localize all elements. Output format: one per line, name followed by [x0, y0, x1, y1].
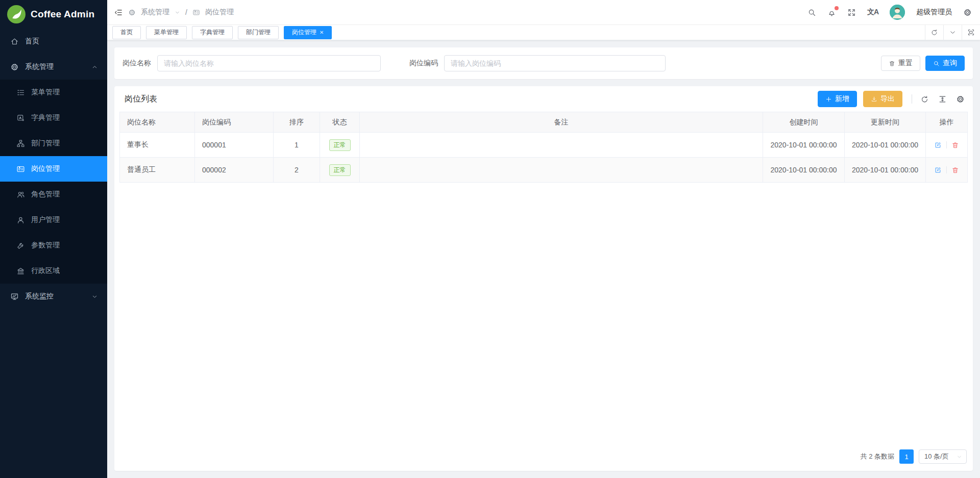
close-icon[interactable]: ✕ — [320, 30, 324, 35]
reset-button[interactable]: 重置 — [881, 56, 920, 71]
bank-icon — [16, 267, 25, 275]
edit-icon[interactable] — [934, 141, 942, 149]
avatar[interactable] — [890, 5, 905, 20]
cell-updated: 2020-10-01 00:00:00 — [845, 133, 926, 158]
density-icon[interactable] — [938, 95, 947, 104]
chevron-down-icon — [175, 10, 180, 15]
breadcrumb-level1[interactable]: 系统管理 — [141, 8, 169, 17]
post-code-label: 岗位编码 — [409, 59, 438, 68]
main-area: 系统管理 / 岗位管理 文A — [107, 0, 980, 478]
collapse-sidebar-icon[interactable] — [114, 8, 123, 17]
current-user-name[interactable]: 超级管理员 — [916, 8, 952, 17]
monitor-icon — [10, 292, 19, 301]
table-row: 普通员工 000002 2 正常 2020-10-01 00:00:00 202… — [120, 158, 968, 183]
settings-gear-icon[interactable] — [963, 8, 972, 17]
post-code-input[interactable] — [444, 55, 666, 71]
cell-actions — [926, 133, 968, 158]
gear-icon — [10, 63, 19, 71]
id-card-icon — [192, 9, 200, 16]
trash-icon[interactable] — [951, 141, 959, 149]
table-row: 董事长 000001 1 正常 2020-10-01 00:00:00 2020… — [120, 133, 968, 158]
edit-icon[interactable] — [934, 166, 942, 174]
cell-status: 正常 — [320, 133, 360, 158]
post-table: 岗位名称 岗位编码 排序 状态 备注 创建时间 更新时间 操作 董事长 — [119, 112, 968, 183]
post-name-label: 岗位名称 — [122, 59, 151, 68]
notification-badge — [835, 6, 839, 10]
list-card-header: 岗位列表 新增 导出 — [119, 86, 968, 112]
sidebar-item-system-monitor[interactable]: 系统监控 — [0, 284, 107, 309]
breadcrumb: 系统管理 / 岗位管理 — [114, 8, 234, 17]
trash-icon[interactable] — [951, 166, 959, 174]
plus-icon — [825, 96, 832, 103]
export-button[interactable]: 导出 — [863, 91, 902, 107]
refresh-icon[interactable] — [925, 25, 943, 40]
user-icon — [16, 216, 25, 224]
sidebar-item-dept-management[interactable]: 部门管理 — [0, 131, 107, 156]
column-settings-gear-icon[interactable] — [956, 95, 965, 104]
tab-menu-management[interactable]: 菜单管理 — [146, 26, 187, 39]
search-icon[interactable] — [807, 8, 816, 17]
post-list-card: 岗位列表 新增 导出 — [114, 86, 973, 471]
cell-updated: 2020-10-01 00:00:00 — [845, 158, 926, 183]
col-header-status: 状态 — [320, 112, 360, 133]
sidebar-item-menu-management[interactable]: 菜单管理 — [0, 80, 107, 105]
cell-remark — [360, 133, 763, 158]
col-header-post-code: 岗位编码 — [195, 112, 274, 133]
cell-remark — [360, 158, 763, 183]
maximize-icon[interactable] — [962, 25, 980, 40]
sidebar-item-role-management[interactable]: 角色管理 — [0, 182, 107, 207]
cell-status: 正常 — [320, 158, 360, 183]
search-icon — [933, 60, 940, 67]
app-title: Coffee Admin — [31, 9, 94, 20]
sidebar-item-param-management[interactable]: 参数管理 — [0, 233, 107, 258]
cell-post-code: 000001 — [195, 133, 274, 158]
chevron-down-icon[interactable] — [943, 25, 962, 40]
page-size-select[interactable]: 10 条/页 — [919, 449, 967, 464]
table-tool-icons — [920, 95, 965, 104]
tab-dict-management[interactable]: 字典管理 — [192, 26, 233, 39]
cell-post-name: 董事长 — [120, 133, 195, 158]
app-root: Coffee Admin 首页 系统管理 菜单管理 字典管理 — [0, 0, 980, 478]
roles-icon — [16, 190, 25, 199]
query-button[interactable]: 查询 — [925, 56, 965, 71]
wrench-icon — [16, 241, 25, 250]
search-form-card: 岗位名称 岗位编码 重置 查询 — [114, 47, 973, 79]
col-header-actions: 操作 — [926, 112, 968, 133]
refresh-icon[interactable] — [920, 95, 929, 104]
chevron-down-icon — [957, 454, 962, 460]
breadcrumb-level2: 岗位管理 — [205, 8, 234, 17]
cell-created: 2020-10-01 00:00:00 — [763, 133, 845, 158]
avatar-image — [890, 5, 905, 20]
home-icon — [10, 37, 19, 46]
toolbar-divider — [912, 94, 912, 104]
tabbar-tools — [925, 25, 980, 40]
fullscreen-icon[interactable] — [847, 8, 856, 17]
notifications-bell-icon[interactable] — [827, 8, 836, 17]
add-button[interactable]: 新增 — [818, 91, 857, 107]
search-buttons: 重置 查询 — [881, 56, 965, 71]
page-content: 岗位名称 岗位编码 重置 查询 岗位列表 — [107, 40, 980, 478]
spring-leaf-logo-icon — [7, 5, 26, 23]
sidebar-menu: 首页 系统管理 菜单管理 字典管理 部门管理 — [0, 29, 107, 309]
tab-dept-management[interactable]: 部门管理 — [238, 26, 279, 39]
sidebar-item-home[interactable]: 首页 — [0, 29, 107, 54]
list-icon — [16, 88, 25, 97]
sidebar-submenu-system: 菜单管理 字典管理 部门管理 岗位管理 角色管理 — [0, 80, 107, 284]
tab-post-management[interactable]: 岗位管理 ✕ — [284, 26, 332, 39]
sidebar: Coffee Admin 首页 系统管理 菜单管理 字典管理 — [0, 0, 107, 478]
sidebar-item-user-management[interactable]: 用户管理 — [0, 207, 107, 233]
top-header: 系统管理 / 岗位管理 文A — [107, 0, 980, 25]
status-badge: 正常 — [329, 164, 351, 176]
tab-home[interactable]: 首页 — [112, 26, 141, 39]
cell-post-name: 普通员工 — [120, 158, 195, 183]
translate-icon[interactable]: 文A — [867, 8, 878, 17]
sidebar-item-system-management[interactable]: 系统管理 — [0, 54, 107, 80]
gear-icon — [128, 9, 136, 16]
list-toolbar: 新增 导出 — [818, 91, 965, 107]
sidebar-item-admin-region[interactable]: 行政区域 — [0, 258, 107, 284]
post-name-input[interactable] — [157, 55, 381, 71]
sidebar-item-post-management[interactable]: 岗位管理 — [0, 156, 107, 182]
col-header-created: 创建时间 — [763, 112, 845, 133]
sidebar-item-dict-management[interactable]: 字典管理 — [0, 105, 107, 131]
pagination-page-1[interactable]: 1 — [899, 449, 914, 464]
